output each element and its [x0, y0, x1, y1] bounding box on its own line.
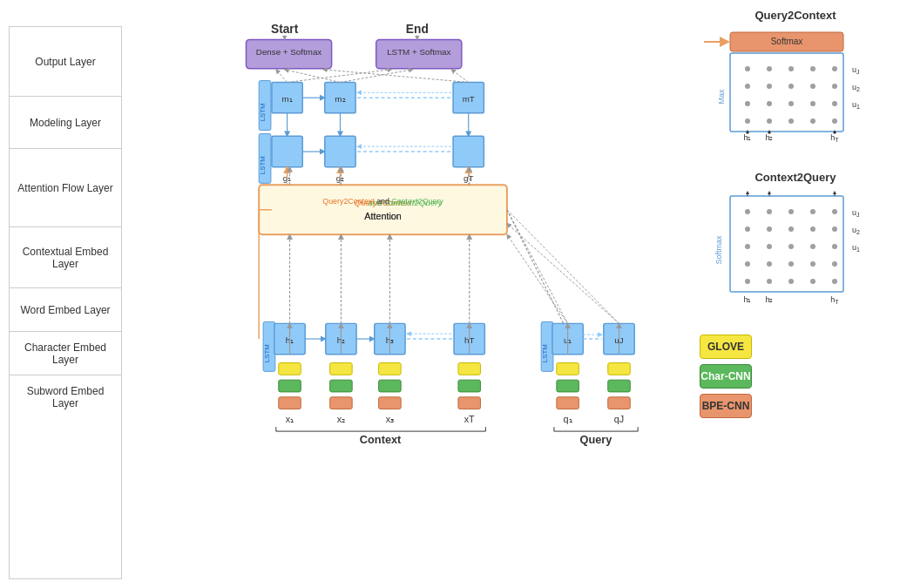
svg-rect-72	[330, 363, 353, 375]
svg-rect-81	[379, 397, 402, 409]
svg-text:u2: u2	[852, 83, 860, 92]
svg-rect-106	[608, 363, 631, 375]
svg-point-172	[767, 261, 772, 267]
svg-text:mT: mT	[463, 94, 475, 104]
svg-point-175	[832, 261, 837, 267]
legend-area: GLOVE Char-CNN BPE-CNN	[700, 326, 891, 418]
svg-line-44	[507, 210, 572, 339]
svg-rect-79	[279, 397, 301, 409]
svg-point-165	[832, 226, 837, 232]
svg-rect-71	[279, 363, 301, 375]
svg-point-176	[745, 279, 750, 284]
lstm-softmax-label: LSTM + Softmax	[387, 47, 450, 57]
svg-text:x₃: x₃	[386, 414, 394, 424]
svg-point-164	[810, 226, 815, 232]
svg-text:m₁: m₁	[281, 94, 292, 104]
svg-rect-107	[557, 380, 579, 392]
svg-text:Softmax: Softmax	[771, 37, 803, 46]
svg-line-37	[451, 70, 469, 83]
svg-text:LSTM: LSTM	[259, 156, 267, 174]
svg-rect-73	[379, 363, 402, 375]
sidebar-item-character: Character Embed Layer	[10, 332, 121, 375]
svg-line-120	[507, 224, 619, 324]
svg-text:uJ: uJ	[852, 208, 860, 218]
svg-point-167	[767, 244, 772, 249]
svg-rect-20	[453, 136, 484, 166]
svg-point-134	[832, 84, 837, 89]
svg-point-157	[767, 209, 772, 214]
svg-rect-74	[458, 363, 481, 375]
svg-point-126	[767, 66, 772, 71]
q2c-title: Query2Context	[700, 9, 891, 22]
svg-text:uJ: uJ	[852, 65, 860, 75]
svg-text:qJ: qJ	[614, 414, 624, 424]
svg-point-140	[745, 118, 750, 124]
svg-point-130	[745, 84, 750, 89]
svg-line-119	[507, 234, 568, 323]
c2q-title: Context2Query	[700, 171, 891, 184]
svg-point-171	[745, 261, 750, 267]
svg-line-34	[323, 70, 469, 83]
c2q-diagram: Softmax uJ u2 u1 h₁ h₂ hT	[700, 187, 883, 322]
svg-point-137	[788, 101, 794, 106]
sidebar-item-output: Output Layer	[10, 27, 121, 97]
svg-rect-82	[458, 397, 481, 409]
svg-point-180	[832, 279, 837, 284]
svg-text:xT: xT	[464, 414, 475, 424]
svg-text:hT: hT	[830, 133, 839, 143]
svg-point-178	[788, 279, 794, 284]
svg-text:hT: hT	[830, 295, 839, 305]
svg-point-158	[788, 209, 794, 214]
svg-point-138	[810, 101, 815, 106]
svg-text:Context: Context	[360, 433, 402, 446]
main-container: Output Layer Modeling Layer Attention Fl…	[0, 0, 900, 588]
svg-point-142	[788, 118, 794, 124]
svg-point-133	[810, 84, 815, 89]
sidebar-item-modeling: Modeling Layer	[10, 97, 121, 149]
svg-point-136	[767, 101, 772, 106]
svg-point-156	[745, 209, 750, 214]
svg-point-139	[832, 101, 837, 106]
svg-rect-18	[325, 136, 355, 166]
svg-rect-108	[608, 380, 631, 392]
svg-rect-17	[272, 136, 302, 166]
svg-text:LSTM: LSTM	[259, 103, 267, 121]
svg-line-104	[507, 210, 619, 324]
svg-point-161	[745, 226, 750, 232]
svg-text:Query: Query	[580, 433, 613, 446]
svg-text:x₂: x₂	[337, 414, 345, 424]
svg-line-33	[285, 70, 341, 83]
svg-point-170	[832, 244, 837, 249]
svg-rect-109	[557, 397, 579, 409]
dense-softmax-label: Dense + Softmax	[256, 47, 322, 57]
q2c-diagram: Softmax Ma	[700, 25, 883, 152]
legend-glove: GLOVE	[700, 335, 891, 359]
sidebar-item-word: Word Embed Layer	[10, 288, 121, 332]
svg-point-159	[810, 209, 815, 214]
svg-point-166	[745, 244, 750, 249]
glove-box: GLOVE	[700, 335, 752, 359]
sidebar-item-subword: Subword Embed Layer	[10, 375, 121, 419]
svg-point-169	[810, 244, 815, 249]
svg-point-177	[767, 279, 772, 284]
svg-point-143	[810, 118, 815, 124]
svg-line-32	[276, 70, 288, 83]
svg-text:Max: Max	[717, 89, 726, 105]
svg-text:LSTM: LSTM	[263, 344, 271, 362]
c2q-section: Context2Query Softmax uJ u2 u1	[700, 171, 891, 326]
svg-text:h₂: h₂	[765, 295, 773, 304]
svg-rect-80	[330, 397, 353, 409]
legend-bpe-cnn: BPE-CNN	[700, 394, 891, 418]
diagram-area: Start End Dense + Softmax LSTM + Softmax…	[126, 9, 691, 579]
svg-point-162	[767, 226, 772, 232]
svg-point-174	[810, 261, 815, 267]
svg-rect-110	[608, 397, 631, 409]
svg-point-160	[832, 209, 837, 214]
start-label: Start	[271, 23, 299, 36]
svg-text:LSTM: LSTM	[541, 344, 549, 362]
svg-point-125	[745, 66, 750, 71]
svg-point-131	[767, 84, 772, 89]
q2c-section: Query2Context Softmax	[700, 9, 891, 155]
svg-point-179	[810, 279, 815, 284]
sidebar: Output Layer Modeling Layer Attention Fl…	[9, 26, 122, 579]
